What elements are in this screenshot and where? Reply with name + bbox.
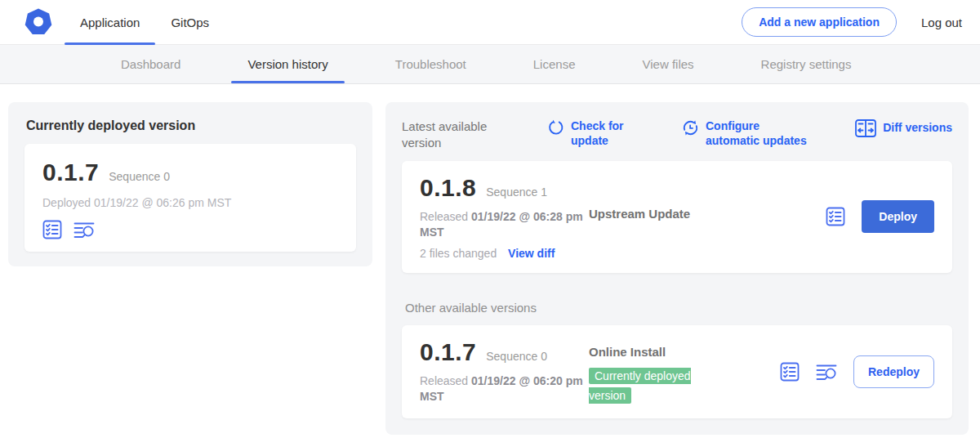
top-nav: Application GitOps Add a new application…	[0, 0, 980, 45]
logout-link[interactable]: Log out	[921, 16, 962, 29]
other-version-number: 0.1.7	[420, 338, 476, 366]
refresh-icon	[547, 119, 564, 136]
redeploy-button[interactable]: Redeploy	[853, 355, 934, 388]
tab-application[interactable]: Application	[65, 0, 155, 45]
tab-application-label: Application	[80, 16, 140, 29]
diff-versions-link[interactable]: Diff versions	[855, 118, 952, 137]
subnav-version-history-label: Version history	[247, 57, 327, 71]
main-content: Currently deployed version 0.1.7 Sequenc…	[0, 84, 980, 435]
diff-versions-label: Diff versions	[883, 120, 952, 135]
version-history-header: Latest available version Check for updat…	[402, 118, 952, 151]
latest-sequence-label: Sequence 1	[486, 185, 547, 199]
deployed-version-row: 0.1.7 Sequence 0	[42, 159, 338, 186]
deployed-sequence-label: Sequence 0	[109, 170, 170, 183]
app-tabs: Application GitOps	[65, 0, 225, 45]
currently-deployed-badge-wrap: Currently deployed version	[589, 366, 721, 405]
subnav-dashboard-label: Dashboard	[121, 57, 180, 71]
currently-deployed-badge: Currently deployed version	[589, 368, 691, 404]
app-sub-nav: Dashboard Version history Troubleshoot L…	[0, 45, 980, 84]
version-history-panel: Latest available version Check for updat…	[385, 102, 969, 435]
latest-version-actions: Deploy	[826, 174, 934, 260]
view-logs-icon[interactable]	[74, 220, 95, 239]
subnav-version-history[interactable]: Version history	[247, 45, 327, 83]
subnav-dashboard[interactable]: Dashboard	[121, 45, 180, 83]
other-released-timestamp: Released 01/19/22 @ 06:20 pm MST	[420, 373, 583, 405]
deployed-version-number: 0.1.7	[42, 159, 99, 186]
other-version-card: 0.1.7 Sequence 0 Released 01/19/22 @ 06:…	[402, 325, 952, 418]
deploy-button[interactable]: Deploy	[862, 200, 934, 233]
other-version-info: 0.1.7 Sequence 0 Released 01/19/22 @ 06:…	[420, 338, 587, 405]
deployed-version-card: 0.1.7 Sequence 0 Deployed 01/19/22 @ 06:…	[24, 144, 356, 252]
configure-automatic-updates-link[interactable]: Configure automatic updates	[682, 118, 815, 148]
latest-source-column: Upstream Update	[589, 174, 826, 260]
auto-update-clock-icon	[682, 119, 699, 136]
deployed-actions	[42, 220, 338, 239]
top-nav-right: Add a new application Log out	[742, 7, 980, 37]
subnav-troubleshoot[interactable]: Troubleshoot	[395, 45, 466, 83]
latest-files-row: 2 files changed View diff	[420, 247, 587, 260]
view-logs-icon[interactable]	[816, 362, 837, 382]
files-changed-label: 2 files changed	[420, 247, 497, 260]
tab-gitops[interactable]: GitOps	[155, 0, 225, 45]
latest-version-card: 0.1.8 Sequence 1 Released 01/19/22 @ 06:…	[402, 161, 952, 273]
subnav-registry-settings[interactable]: Registry settings	[761, 45, 852, 83]
view-diff-link[interactable]: View diff	[508, 247, 555, 260]
check-for-update-link[interactable]: Check for update	[547, 118, 628, 148]
latest-source-label: Upstream Update	[589, 207, 690, 221]
currently-deployed-panel: Currently deployed version 0.1.7 Sequenc…	[8, 102, 372, 266]
kots-logo-icon	[24, 8, 52, 36]
tab-gitops-label: GitOps	[171, 16, 209, 29]
currently-deployed-title: Currently deployed version	[26, 118, 356, 133]
subnav-view-files[interactable]: View files	[642, 45, 693, 83]
subnav-registry-settings-label: Registry settings	[761, 57, 852, 71]
other-source-column: Online Install Currently deployed versio…	[589, 338, 780, 405]
latest-released-timestamp: Released 01/19/22 @ 06:28 pm MST	[420, 209, 583, 241]
configure-automatic-updates-label: Configure automatic updates	[706, 118, 815, 148]
check-for-update-label: Check for update	[571, 118, 628, 148]
add-application-button[interactable]: Add a new application	[742, 7, 897, 37]
other-version-actions: Redeploy	[780, 338, 934, 405]
preflight-checklist-icon[interactable]	[42, 220, 62, 239]
other-sequence-label: Sequence 0	[486, 350, 547, 363]
latest-version-number: 0.1.8	[420, 174, 476, 202]
latest-version-info: 0.1.8 Sequence 1 Released 01/19/22 @ 06:…	[420, 174, 587, 260]
released-prefix: Released	[420, 374, 468, 387]
subnav-license[interactable]: License	[533, 45, 576, 83]
deployed-timestamp: Deployed 01/19/22 @ 06:26 pm MST	[42, 196, 338, 209]
subnav-troubleshoot-label: Troubleshoot	[395, 57, 466, 71]
preflight-checklist-icon[interactable]	[826, 207, 845, 226]
subnav-view-files-label: View files	[642, 57, 693, 71]
subnav-license-label: License	[533, 57, 576, 71]
preflight-checklist-icon[interactable]	[780, 362, 800, 382]
diff-icon	[855, 119, 876, 137]
other-source-label: Online Install	[589, 345, 666, 359]
released-prefix: Released	[420, 210, 468, 223]
other-available-versions-title: Other available versions	[405, 301, 952, 315]
latest-available-title: Latest available version	[402, 118, 510, 151]
